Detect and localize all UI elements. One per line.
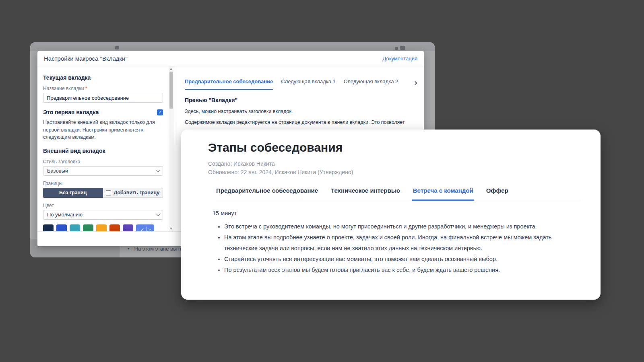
header-style-select[interactable]: Базовый <box>43 166 163 176</box>
preview-heading: Превью "Вкладки" <box>185 97 417 103</box>
color-label: Цвет <box>43 203 163 208</box>
dimmed-partial-bullet-text: На этом этапе вы под <box>134 246 187 252</box>
dimmed-partial-bullet: •На этом этапе вы под <box>128 246 187 252</box>
bullet-list: Это встреча с руководителем команды, но … <box>213 221 575 276</box>
first-tab-row: Это первая вкладка ✓ <box>43 109 163 115</box>
custom-color-split-button[interactable]: ✓ <box>136 224 154 232</box>
no-border-segment[interactable]: Без границ <box>43 188 103 198</box>
updated-byline: Обновлено: 22 авг. 2024, Искаков Никита … <box>208 168 580 177</box>
tab-overflow-button[interactable] <box>412 80 418 86</box>
preview-paragraph: Здесь, можно настраивать заголовки вклад… <box>185 109 417 114</box>
first-tab-label: Это первая вкладка <box>43 109 99 115</box>
duration-text: 15 минут <box>213 210 575 216</box>
page-title: Этапы собеседования <box>208 141 580 154</box>
document-tab-row: Предварительное собеседование Техническо… <box>215 187 580 200</box>
tab-name-input[interactable] <box>43 93 163 103</box>
doc-tab-offer[interactable]: Оффер <box>485 187 509 201</box>
tab-name-label: Название вкладки * <box>43 86 163 91</box>
first-tab-checkbox[interactable]: ✓ <box>157 109 163 115</box>
preview-tab[interactable]: Предварительное собеседование <box>185 78 273 90</box>
dimmed-page-artifact <box>115 46 119 49</box>
add-border-checkbox[interactable] <box>106 190 111 195</box>
bullet-icon: • <box>128 246 130 252</box>
dimmed-page-artifact <box>400 46 405 50</box>
borders-label: Границы <box>43 181 163 186</box>
color-value: По умолчанию <box>47 212 83 218</box>
add-border-label: Добавить границу <box>114 190 159 195</box>
preview-tab-row: Предварительное собеседование Следующая … <box>185 78 417 90</box>
split-button-divider <box>146 227 147 232</box>
add-border-segment[interactable]: Добавить границу <box>103 188 163 198</box>
settings-panel: Текущая вкладка Название вкладки * Это п… <box>37 66 169 231</box>
doc-tab-technical[interactable]: Техническое интервью <box>330 187 401 201</box>
color-select[interactable]: По умолчанию <box>43 210 163 220</box>
color-swatch[interactable] <box>123 224 133 232</box>
list-item: Старайтесь уточнять все интересующие вас… <box>224 254 575 265</box>
chevron-down-icon <box>156 168 160 172</box>
document-meta: Создано: Искаков Никита Обновлено: 22 ав… <box>208 160 580 177</box>
header-style-label: Стиль заголовка <box>43 159 163 165</box>
chevron-down-icon <box>156 212 160 216</box>
list-item: Это встреча с руководителем команды, но … <box>224 221 575 232</box>
doc-tab-preliminary[interactable]: Предварительное собеседование <box>215 187 319 201</box>
documentation-link[interactable]: Документация <box>383 56 418 62</box>
color-swatch-row: ✓ <box>43 224 163 232</box>
document-window: Этапы собеседования Создано: Искаков Ник… <box>181 130 601 300</box>
color-swatch[interactable] <box>83 224 93 232</box>
desktop-background: { "colors": { "canvas": "#464646", "acce… <box>0 0 644 362</box>
preview-tab[interactable]: Следующая вкладка 2 <box>344 78 398 90</box>
color-swatch[interactable] <box>43 224 54 232</box>
color-swatch[interactable] <box>96 224 107 232</box>
settings-scrollbar[interactable] <box>169 66 174 231</box>
scroll-up-arrow-icon[interactable] <box>170 68 172 70</box>
preview-paragraph: Содержимое вкладки редактируется на стра… <box>185 119 417 125</box>
dialog-header: Настройки макроса "Вкладки" Документация <box>37 51 424 66</box>
list-item: На этом этапе вы подробнее узнаете о про… <box>224 232 575 254</box>
dimmed-page-artifact <box>395 47 398 50</box>
first-tab-help-text: Настраивайте внешний вид вкладок только … <box>43 119 163 141</box>
dimmed-page-header <box>30 42 435 51</box>
created-byline: Создано: Искаков Никита <box>208 160 580 168</box>
scroll-down-arrow-icon[interactable] <box>170 228 172 230</box>
color-swatch[interactable] <box>70 224 80 232</box>
required-asterisk: * <box>85 86 87 91</box>
chevron-down-icon <box>148 228 151 230</box>
header-style-value: Базовый <box>47 168 68 174</box>
no-border-label: Без границ <box>59 190 87 195</box>
doc-tab-team-meeting[interactable]: Встреча с командой <box>412 187 474 201</box>
tab-content: 15 минут Это встреча с руководителем ком… <box>213 210 575 276</box>
appearance-heading: Внешний вид вкладок <box>43 148 163 154</box>
dialog-title: Настройки макроса "Вкладки" <box>44 55 128 62</box>
tab-name-label-text: Название вкладки <box>43 86 84 91</box>
scrollbar-thumb[interactable] <box>169 72 173 109</box>
check-icon: ✓ <box>140 227 144 232</box>
check-icon: ✓ <box>158 110 162 115</box>
preview-tab[interactable]: Следующая вкладка 1 <box>281 78 336 90</box>
borders-segmented-control: Без границ Добавить границу <box>43 188 163 198</box>
color-swatch[interactable] <box>109 224 120 232</box>
list-item: По результатам всех этапов мы будем гото… <box>224 265 575 276</box>
color-swatch[interactable] <box>56 224 67 232</box>
chevron-right-icon <box>413 81 417 85</box>
current-tab-heading: Текущая вкладка <box>43 74 163 81</box>
